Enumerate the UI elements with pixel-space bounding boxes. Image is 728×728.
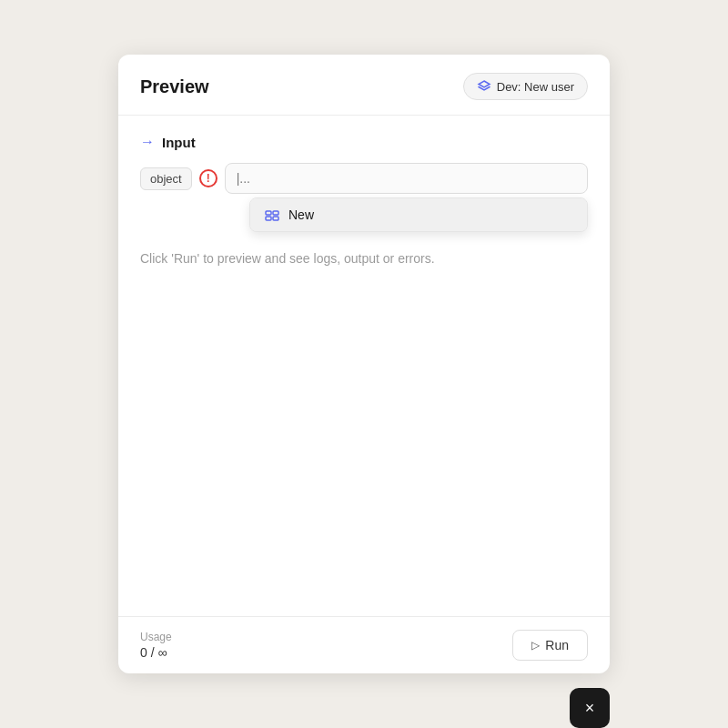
input-section-header: → Input: [140, 134, 588, 150]
usage-value: 0 / ∞: [140, 645, 172, 660]
warning-icon: !: [199, 169, 217, 187]
layers-icon: [477, 79, 491, 94]
run-button[interactable]: ▷ Run: [512, 630, 588, 661]
input-field[interactable]: [225, 163, 588, 194]
input-section-title: Input: [162, 135, 196, 150]
dropdown-item-new[interactable]: New: [250, 198, 587, 231]
usage-label: Usage: [140, 631, 172, 643]
svg-rect-2: [266, 217, 271, 220]
dev-badge-label: Dev: New user: [497, 80, 574, 94]
object-type-badge: object: [140, 167, 192, 190]
close-button[interactable]: ×: [570, 688, 610, 728]
svg-rect-1: [273, 211, 278, 215]
input-row: object !: [140, 163, 588, 194]
modal-header: Preview Dev: New user: [118, 55, 610, 116]
component-icon: [265, 207, 279, 222]
usage-section: Usage 0 / ∞: [140, 631, 172, 660]
preview-modal: Preview Dev: New user → Input object: [118, 55, 610, 673]
modal-title: Preview: [140, 76, 209, 97]
modal-footer: Usage 0 / ∞ ▷ Run: [118, 616, 610, 673]
dropdown-item-new-label: New: [288, 207, 314, 222]
placeholder-text: Click 'Run' to preview and see logs, out…: [140, 248, 588, 268]
arrow-right-icon: →: [140, 134, 155, 150]
svg-rect-3: [273, 217, 278, 220]
modal-body: → Input object !: [118, 116, 610, 616]
play-icon: ▷: [531, 639, 540, 652]
dropdown-menu: New: [249, 197, 588, 232]
svg-rect-0: [266, 211, 271, 215]
run-button-label: Run: [545, 638, 569, 652]
dev-badge-button[interactable]: Dev: New user: [463, 73, 588, 100]
